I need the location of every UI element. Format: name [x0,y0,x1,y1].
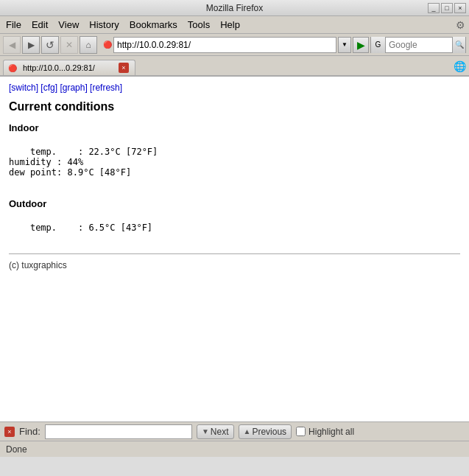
outdoor-temp-label: temp. [30,223,78,233]
address-bar: 🔴 ▼ ▶ [103,37,369,53]
home-button[interactable]: ⌂ [80,36,97,54]
go-button[interactable]: ▶ [353,37,369,53]
cfg-link[interactable]: [cfg] [40,83,57,93]
menu-file[interactable]: File [1,18,26,32]
address-favicon: 🔴 [103,41,112,49]
tab-title: http://10.0...0.29:81/ [23,63,95,72]
menu-bookmarks[interactable]: Bookmarks [125,18,182,32]
indoor-humidity-value: : 44% [57,157,83,167]
refresh-link[interactable]: [refresh] [90,83,122,93]
close-button[interactable]: × [454,3,466,13]
indoor-dewpoint-label: dew point [9,167,57,178]
find-highlight-option[interactable]: Highlight all [296,427,354,437]
find-next-arrow: ▼ [202,427,209,435]
title-bar: Mozilla Firefox _ □ × [0,0,469,16]
window-controls[interactable]: _ □ × [428,3,466,13]
find-bar: × Find: ▼ Next ▲ Previous Highlight all [0,421,469,441]
indoor-humidity-label: humidity [9,157,57,167]
find-close-button[interactable]: × [4,427,15,437]
menu-edit[interactable]: Edit [27,18,52,32]
indoor-temp-label: temp. [30,147,78,157]
status-text: Done [6,444,27,455]
divider [9,253,460,254]
window-title: Mozilla Firefox [206,3,263,13]
tab-favicon: 🔴 [8,64,17,72]
search-engine-icon[interactable]: G [371,37,386,53]
menu-help[interactable]: Help [216,18,244,32]
menu-history[interactable]: History [85,18,123,32]
find-next-button[interactable]: ▼ Next [197,424,234,439]
tab-close-button[interactable]: × [119,63,129,73]
search-box: G 🔍 [370,37,466,53]
switch-link[interactable]: [switch] [9,83,38,93]
search-button[interactable]: 🔍 [452,37,465,53]
find-next-label: Next [211,427,229,437]
tab-bar: 🔴 http://10.0...0.29:81/ × 🌐 [0,56,469,77]
back-button[interactable]: ◀ [3,36,21,54]
outdoor-section-title: Outdoor [9,198,460,209]
page-title: Current conditions [9,100,460,113]
content-area: [switch] [cfg] [graph] [refresh] Current… [0,77,469,421]
forward-button[interactable]: ▶ [22,36,40,54]
copyright-text: (c) tuxgraphics [9,260,460,270]
address-input[interactable] [113,37,336,53]
stop-button[interactable]: ✕ [60,36,78,54]
minimize-button[interactable]: _ [428,3,440,13]
status-bar: Done [0,441,469,457]
indoor-data: temp. : 22.3°C [72°F] humidity : 44% dew… [9,136,460,188]
highlight-label: Highlight all [308,427,354,437]
search-input[interactable] [386,38,452,52]
indoor-dewpoint-value: : 8.9°C [48°F] [57,167,131,178]
nav-links: [switch] [cfg] [graph] [refresh] [9,83,460,93]
find-input[interactable] [45,424,192,439]
graph-link[interactable]: [graph] [60,83,87,93]
active-tab[interactable]: 🔴 http://10.0...0.29:81/ × [3,60,135,75]
outdoor-data: temp. : 6.5°C [43°F] [9,212,460,243]
toolbar: ◀ ▶ ↺ ✕ ⌂ 🔴 ▼ ▶ G 🔍 [0,34,469,56]
indoor-temp-value: : 22.3°C [72°F] [78,147,158,157]
menu-view[interactable]: View [54,18,83,32]
outdoor-temp-value: : 6.5°C [43°F] [78,223,152,233]
menu-tools[interactable]: Tools [183,18,214,32]
find-label: Find: [19,426,40,437]
reload-button[interactable]: ↺ [41,36,59,54]
gear-icon[interactable]: ⚙ [453,18,468,32]
find-prev-button[interactable]: ▲ Previous [239,424,292,439]
new-tab-globe-icon: 🌐 [454,60,466,72]
highlight-checkbox[interactable] [296,427,306,436]
menu-bar: File Edit View History Bookmarks Tools H… [0,16,469,34]
maximize-button[interactable]: □ [441,3,453,13]
find-prev-label: Previous [252,427,286,437]
indoor-section-title: Indoor [9,122,460,133]
find-prev-arrow: ▲ [244,427,251,435]
address-dropdown[interactable]: ▼ [338,37,351,53]
